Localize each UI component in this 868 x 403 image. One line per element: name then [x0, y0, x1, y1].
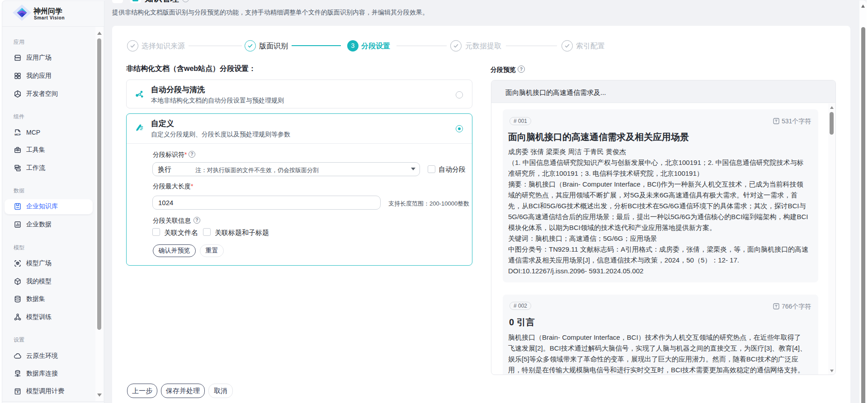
svg-text:MCP: MCP: [14, 133, 21, 136]
svg-text:¥: ¥: [17, 390, 19, 394]
